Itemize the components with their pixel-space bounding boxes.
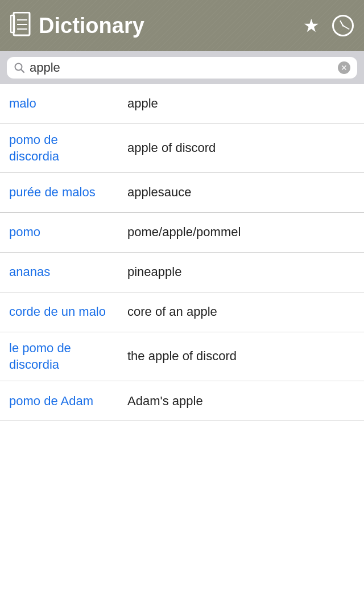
search-input[interactable] — [30, 60, 333, 75]
table-row[interactable]: pomo de discordiaapple of discord — [0, 124, 364, 173]
definition-label: pineapple — [127, 264, 181, 281]
term-label: le pomo de discordia — [9, 340, 110, 373]
definition-label: apple of discord — [127, 140, 216, 156]
table-row[interactable]: maloapple — [0, 84, 364, 124]
definition-label: Adam's apple — [127, 393, 203, 410]
definition-label: apple — [127, 96, 158, 112]
definition-label: core of an apple — [127, 304, 217, 320]
results-list: maloapplepomo de discordiaapple of disco… — [0, 84, 364, 421]
term-label: malo — [9, 96, 36, 112]
clear-search-button[interactable]: ✕ — [338, 61, 350, 74]
table-row[interactable]: le pomo de discordiathe apple of discord — [0, 332, 364, 381]
definition-label: applesauce — [127, 184, 192, 201]
term-label: pomo de Adam — [9, 393, 93, 410]
header-right: ★ — [303, 15, 354, 36]
search-input-wrapper: ✕ — [7, 57, 357, 79]
svg-line-6 — [21, 69, 24, 72]
header-left: Dictionary — [10, 12, 144, 39]
search-icon — [14, 62, 25, 73]
term-label: ananas — [9, 264, 50, 281]
app-title: Dictionary — [39, 14, 144, 38]
search-bar: ✕ — [0, 51, 364, 84]
history-icon[interactable] — [332, 15, 354, 36]
term-label: purée de malos — [9, 184, 96, 201]
svg-rect-1 — [11, 15, 14, 32]
app-header: Dictionary ★ — [0, 0, 364, 51]
definition-label: pome/apple/pommel — [127, 224, 241, 241]
table-row[interactable]: pomo de AdamAdam's apple — [0, 381, 364, 421]
table-row[interactable]: pomopome/apple/pommel — [0, 213, 364, 253]
table-row[interactable]: corde de un malocore of an apple — [0, 292, 364, 332]
table-row[interactable]: ananaspineapple — [0, 253, 364, 292]
notebook-icon — [10, 12, 32, 39]
definition-label: the apple of discord — [127, 348, 237, 365]
term-label: pomo — [9, 224, 40, 241]
favorites-icon[interactable]: ★ — [303, 15, 320, 36]
table-row[interactable]: purée de malosapplesauce — [0, 173, 364, 213]
term-label: corde de un malo — [9, 304, 106, 320]
term-label: pomo de discordia — [9, 132, 110, 164]
